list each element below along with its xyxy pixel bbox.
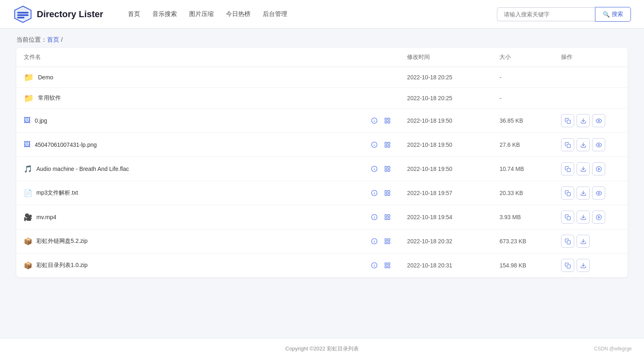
file-actions <box>554 133 628 157</box>
info-icon-button[interactable] <box>369 116 379 126</box>
nav-admin[interactable]: 后台管理 <box>263 9 287 20</box>
copy-button[interactable] <box>561 259 574 272</box>
file-name-cell: 📄 mp3文件解析.txt <box>16 181 353 205</box>
row-icons-cell <box>353 181 400 205</box>
action-buttons <box>561 138 620 151</box>
file-size: 20.33 KB <box>492 181 554 205</box>
search-button[interactable]: 🔍 搜索 <box>595 7 631 22</box>
download-button[interactable] <box>577 259 590 272</box>
download-button[interactable] <box>577 186 590 200</box>
svg-rect-29 <box>388 169 390 171</box>
file-name-text: 45047061007431-lp.png <box>35 141 97 148</box>
table-row: 🎵 Audio machine - Breath And Life.flac 2… <box>16 157 628 181</box>
svg-point-44 <box>598 192 599 194</box>
action-buttons <box>561 114 620 127</box>
copy-button[interactable] <box>561 162 574 175</box>
svg-rect-21 <box>567 144 570 147</box>
nav-image[interactable]: 图片压缩 <box>189 9 214 20</box>
info-icon-button[interactable] <box>369 164 379 174</box>
file-size: - <box>492 88 554 109</box>
svg-rect-2 <box>17 14 29 16</box>
file-actions <box>554 109 628 133</box>
row-icons-cell <box>353 157 400 181</box>
download-button[interactable] <box>577 114 590 127</box>
grid-icon-button[interactable] <box>382 236 392 246</box>
file-size: 673.23 KB <box>492 229 554 254</box>
file-actions <box>554 88 628 109</box>
svg-rect-72 <box>567 265 570 268</box>
info-icon-button[interactable] <box>369 260 379 270</box>
svg-rect-60 <box>388 239 390 241</box>
info-icon-button[interactable] <box>369 140 379 150</box>
nav-hot[interactable]: 今日热榜 <box>226 9 250 20</box>
play-button[interactable] <box>592 162 605 175</box>
file-size: 154.98 KB <box>492 254 554 278</box>
grid-icon-button[interactable] <box>382 116 392 126</box>
file-name: 🎥 mv.mp4 <box>24 213 345 222</box>
svg-point-54 <box>596 215 602 220</box>
file-name-text: mp3文件解析.txt <box>36 189 78 197</box>
search-input[interactable] <box>497 7 595 21</box>
file-modified: 2022-10-18 19:50 <box>400 109 492 133</box>
preview-button[interactable] <box>592 114 605 127</box>
breadcrumb: 当前位置：首页 / <box>0 29 644 48</box>
main-nav: 首页 音乐搜索 图片压缩 今日热榜 后台管理 <box>128 9 287 20</box>
breadcrumb-home[interactable]: 首页 <box>47 36 59 43</box>
copy-button[interactable] <box>561 235 574 248</box>
copy-button[interactable] <box>561 211 574 224</box>
copy-button[interactable] <box>561 186 574 200</box>
file-actions <box>554 181 628 205</box>
svg-rect-48 <box>385 215 387 217</box>
download-button[interactable] <box>577 211 590 224</box>
file-name-cell: 🖼 45047061007431-lp.png <box>16 133 353 157</box>
info-icon-button[interactable] <box>369 188 379 198</box>
grid-icon-button[interactable] <box>382 164 392 174</box>
nav-music[interactable]: 音乐搜索 <box>152 9 177 20</box>
download-button[interactable] <box>577 162 590 175</box>
preview-button[interactable] <box>592 186 605 200</box>
col-header-size: 大小 <box>492 48 554 67</box>
download-button[interactable] <box>577 235 590 248</box>
info-icon-button[interactable] <box>369 236 379 246</box>
row-icons <box>360 236 393 246</box>
file-name: 🖼 0.jpg <box>24 117 345 125</box>
table-row: 📁 Demo 2022-10-18 20:25 - <box>16 67 628 88</box>
svg-rect-10 <box>385 121 387 123</box>
row-icons-cell <box>353 67 400 88</box>
footer: Copyright ©2022 彩虹目录列表 CSDN @wfegrge <box>0 338 644 359</box>
file-name-text: 彩虹外链网盘5.2.zip <box>36 238 87 245</box>
svg-rect-51 <box>385 218 387 220</box>
svg-rect-1 <box>17 12 29 13</box>
play-button[interactable] <box>592 211 605 224</box>
col-header-name: 文件名 <box>16 48 353 67</box>
file-icon: 🖼 <box>24 141 31 149</box>
file-size: 3.93 MB <box>492 205 554 229</box>
row-icons <box>360 260 393 270</box>
grid-icon-button[interactable] <box>382 212 392 222</box>
info-icon-button[interactable] <box>369 212 379 222</box>
copy-button[interactable] <box>561 138 574 151</box>
grid-icon-button[interactable] <box>382 140 392 150</box>
grid-icon-button[interactable] <box>382 188 392 198</box>
file-name-text: 常用软件 <box>38 94 61 102</box>
table-row: 📁 常用软件 2022-10-18 20:25 - <box>16 88 628 109</box>
svg-marker-34 <box>598 168 600 170</box>
file-modified: 2022-10-18 20:31 <box>400 254 492 278</box>
svg-rect-49 <box>388 215 390 217</box>
download-button[interactable] <box>577 138 590 151</box>
svg-rect-70 <box>388 266 390 268</box>
preview-button[interactable] <box>592 138 605 151</box>
svg-rect-39 <box>388 191 390 193</box>
copy-button[interactable] <box>561 114 574 127</box>
svg-rect-3 <box>17 17 25 18</box>
nav-home[interactable]: 首页 <box>128 9 140 20</box>
grid-icon-button[interactable] <box>382 260 392 270</box>
file-icon: 🎥 <box>24 213 32 222</box>
folder-icon: 📁 <box>24 72 34 82</box>
file-name-cell: 📁 Demo <box>16 67 353 88</box>
file-modified: 2022-10-18 20:25 <box>400 67 492 88</box>
file-table: 文件名 修改时间 大小 操作 📁 Demo 2022-10-18 20:25 - <box>16 48 628 277</box>
logo-text: Directory Lister <box>37 9 103 20</box>
logo[interactable]: Directory Lister <box>13 4 103 24</box>
file-size: 36.85 KB <box>492 109 554 133</box>
